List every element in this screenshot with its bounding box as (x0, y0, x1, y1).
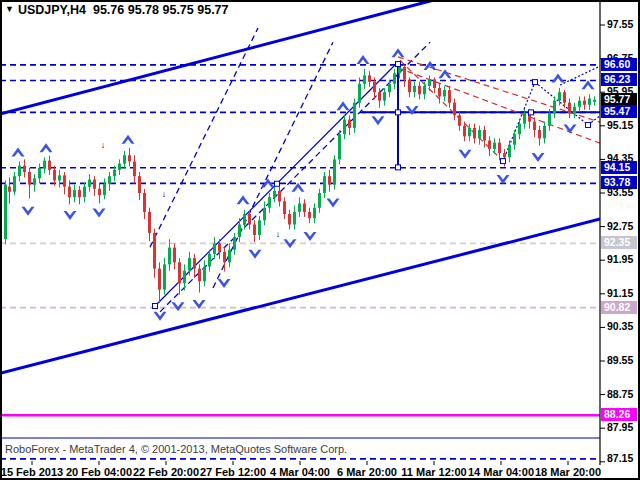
fractal-up-icon (122, 135, 135, 144)
candle-down (373, 82, 376, 93)
candle-down (408, 80, 411, 93)
candle-down (198, 269, 201, 282)
trade-mark-icon: ↓ (276, 229, 281, 239)
channel-upper (0, 0, 433, 114)
fractal-down-icon (497, 175, 510, 184)
candle-up (238, 225, 241, 238)
symbol-dropdown-icon[interactable]: ▼ (5, 4, 14, 14)
time-tick-label: 14 Mar 04:00 (468, 466, 534, 478)
anchor-square (501, 159, 506, 164)
fractal-down-icon (406, 106, 419, 115)
fractal-down-icon (218, 279, 231, 288)
price-chart-plot[interactable]: ↓↓↓ (0, 0, 640, 480)
candle-down (303, 204, 306, 212)
candle-down (143, 193, 146, 212)
candle-up (268, 197, 271, 208)
candle-up (588, 99, 591, 105)
anchor-square (533, 80, 538, 85)
projection-up-2 (588, 85, 640, 125)
copyright-label: RoboForex - MetaTrader 4, © 2001-2013, M… (5, 443, 347, 455)
candle-up (33, 178, 36, 184)
candle-up (413, 86, 416, 92)
candle-up (168, 248, 171, 265)
time-tick-label: 11 Mar 12:00 (401, 466, 466, 478)
candle-down (328, 176, 331, 184)
candle-down (28, 172, 31, 185)
candle-up (113, 170, 116, 176)
candle-up (338, 134, 341, 159)
candle-up (233, 237, 236, 250)
candle-down (533, 122, 536, 130)
candle-up (333, 159, 336, 184)
candle-up (203, 267, 206, 282)
candle-down (458, 115, 461, 126)
candle-down (463, 126, 466, 137)
candle-down (148, 212, 151, 233)
candle-down (288, 214, 291, 225)
candle-up (58, 175, 61, 180)
red-corr-steep (400, 60, 503, 161)
symbol-timeframe-label: USDJPY,H4 (18, 3, 86, 17)
candle-down (568, 103, 571, 114)
candle-up (343, 120, 346, 135)
candle-up (543, 126, 546, 139)
candle-down (138, 176, 141, 193)
candle-up (523, 113, 526, 124)
candle-up (513, 134, 516, 145)
candle-down (98, 189, 101, 195)
candle-down (248, 214, 251, 225)
anchor-square (529, 110, 534, 115)
candle-up (558, 92, 561, 100)
candle-up (428, 80, 431, 86)
candle-up (553, 101, 556, 114)
time-tick-label: 4 Mar 04:00 (270, 466, 330, 478)
chart-title-bar: ▼USDJPY,H4 95.76 95.78 95.75 95.77 (5, 3, 229, 17)
candle-up (443, 90, 446, 96)
candle-up (468, 128, 471, 136)
candle-up (478, 130, 481, 138)
candle-up (43, 161, 46, 168)
candle-up (258, 220, 261, 235)
fractal-down-icon (372, 116, 385, 125)
candle-up (118, 164, 121, 170)
candle-down (133, 162, 136, 177)
candle-down (53, 170, 56, 181)
candle-down (283, 201, 286, 214)
candle-down (278, 191, 281, 202)
candle-up (88, 180, 91, 187)
candle-up (183, 271, 186, 284)
candle-down (223, 252, 226, 262)
candle-down (583, 101, 586, 105)
time-tick-label: 22 Feb 20:00 (133, 466, 199, 478)
candle-down (93, 180, 96, 189)
fractal-up-icon (357, 55, 370, 64)
chart-window: ↓↓↓ ▼USDJPY,H4 95.76 95.78 95.75 95.77 R… (0, 0, 640, 480)
candle-down (218, 243, 221, 251)
candle-up (108, 176, 111, 184)
fractal-down-icon (327, 198, 340, 207)
candle-up (548, 113, 551, 126)
fractal-up-icon (552, 74, 565, 83)
candle-up (243, 214, 246, 225)
candle-up (103, 184, 106, 195)
candle-up (573, 107, 576, 113)
fractal-down-icon (304, 232, 317, 241)
channel-lower (0, 219, 600, 373)
candle-down (483, 130, 486, 141)
candle-up (228, 250, 231, 263)
candle-up (273, 191, 276, 197)
candle-down (308, 212, 311, 218)
candle-down (193, 258, 196, 269)
anchor-square (396, 165, 401, 170)
candle-up (388, 84, 391, 92)
candle-down (68, 187, 71, 198)
candle-down (418, 86, 421, 94)
fractal-down-icon (172, 302, 185, 311)
candle-down (368, 75, 371, 81)
candle-up (423, 86, 426, 94)
candle-up (83, 187, 86, 198)
candle-up (353, 103, 356, 128)
fractal-down-icon (532, 153, 545, 162)
fractal-down-icon (64, 211, 77, 220)
candle-up (578, 101, 581, 107)
